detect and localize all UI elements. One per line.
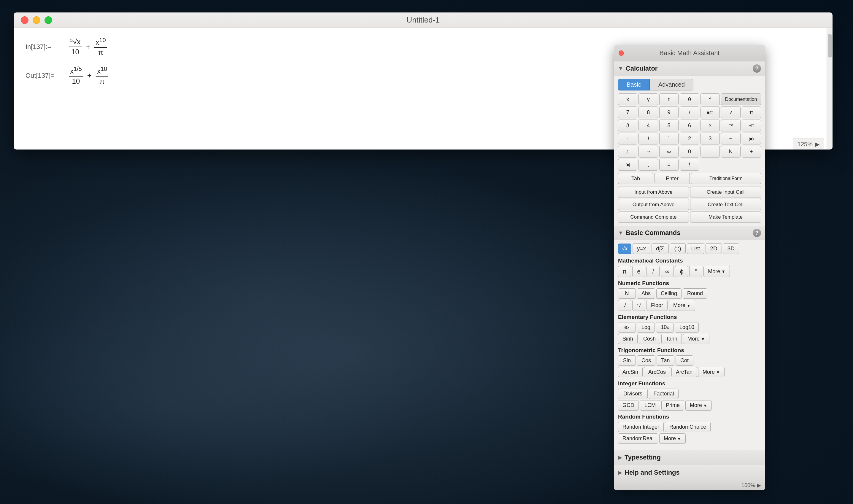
btn-lcm[interactable]: LCM (640, 400, 660, 411)
btn-log10[interactable]: Log10 (675, 322, 699, 332)
calc-btn-bracket[interactable]: [■] (618, 159, 637, 170)
btn-elementary-more[interactable]: More ▼ (683, 334, 709, 344)
btn-make-template[interactable]: Make Template (690, 212, 761, 223)
cmd-tab-set[interactable]: (:;) (670, 243, 686, 254)
btn-create-text-cell[interactable]: Create Text Cell (690, 199, 761, 210)
calc-btn-paren[interactable]: (■) (742, 132, 761, 144)
btn-cos[interactable]: Cos (637, 355, 655, 366)
basic-commands-section-header[interactable]: ▼ Basic Commands ? (614, 226, 765, 240)
calc-btn-y[interactable]: y (638, 93, 658, 105)
calc-btn-comma[interactable]: , (638, 159, 658, 170)
btn-math-constants-more[interactable]: More ▼ (704, 266, 730, 277)
calc-btn-2[interactable]: 2 (680, 132, 699, 144)
calc-btn-sqrt-box[interactable]: √□ (742, 120, 761, 131)
btn-pi[interactable]: π (618, 266, 631, 277)
calc-btn-equals[interactable]: = (659, 159, 678, 170)
minimize-button[interactable] (33, 16, 40, 24)
calc-btn-frac[interactable]: ■/□ (701, 107, 720, 119)
calc-btn-0[interactable]: 0 (680, 146, 699, 158)
tab-advanced[interactable]: Advanced (650, 79, 693, 90)
calc-btn-sq[interactable]: □² (721, 120, 740, 131)
calc-btn-multiply[interactable]: × (701, 120, 720, 131)
calc-btn-factorial[interactable]: ! (680, 159, 699, 170)
panel-zoom-arrow-icon[interactable]: ▶ (757, 482, 761, 489)
calc-btn-documentation[interactable]: Documentation (721, 93, 761, 105)
btn-command-complete[interactable]: Command Complete (618, 212, 689, 223)
btn-cosh[interactable]: Cosh (639, 334, 660, 344)
calc-btn-arrow[interactable]: → (638, 146, 658, 158)
btn-output-from-above[interactable]: Output from Above (618, 199, 689, 210)
calc-btn-enter[interactable]: Enter (654, 173, 690, 184)
btn-tan[interactable]: Tan (657, 355, 674, 366)
btn-tanh[interactable]: Tanh (661, 334, 682, 344)
btn-divisors[interactable]: Divisors (618, 389, 648, 399)
cmd-tab-2d[interactable]: 2D (706, 243, 722, 254)
calc-btn-3[interactable]: 3 (701, 132, 720, 144)
calc-btn-integral[interactable]: ∫· (618, 146, 637, 158)
calculator-help-button[interactable]: ? (753, 65, 761, 73)
btn-round[interactable]: Round (683, 288, 707, 299)
calc-btn-6[interactable]: 6 (680, 120, 699, 131)
typesetting-section-header[interactable]: ▶ Typesetting (614, 450, 765, 465)
btn-random-integer[interactable]: RandomInteger (618, 422, 664, 432)
calc-btn-plus[interactable]: + (742, 146, 761, 158)
calc-btn-cdot[interactable]: · (618, 132, 637, 144)
btn-sin[interactable]: Sin (618, 355, 636, 366)
btn-log[interactable]: Log (637, 322, 655, 332)
btn-random-real[interactable]: RandomReal (618, 433, 658, 444)
btn-gcd[interactable]: GCD (618, 400, 639, 411)
calc-btn-4[interactable]: 4 (638, 120, 658, 131)
panel-close-dot[interactable] (619, 50, 624, 56)
calc-btn-8[interactable]: 8 (638, 107, 658, 119)
calc-btn-tab[interactable]: Tab (618, 173, 653, 184)
calc-btn-pi[interactable]: π (742, 107, 761, 119)
btn-exp[interactable]: ex (618, 322, 636, 332)
calc-btn-9[interactable]: 9 (659, 107, 678, 119)
btn-random-choice[interactable]: RandomChoice (665, 422, 711, 432)
calc-btn-sqrt[interactable]: √ (721, 107, 740, 119)
calc-btn-power[interactable]: ^ (701, 93, 720, 105)
calc-btn-t[interactable]: t (659, 93, 678, 105)
btn-input-from-above[interactable]: Input from Above (618, 186, 689, 198)
btn-cot[interactable]: Cot (676, 355, 693, 366)
help-settings-section-header[interactable]: ▶ Help and Settings (614, 465, 765, 480)
calc-btn-dot[interactable]: . (701, 146, 720, 158)
cmd-tab-sqrt[interactable]: √x (618, 244, 631, 254)
scrollbar-thumb[interactable] (828, 34, 832, 57)
calc-btn-traditional[interactable]: TraditionalForm (691, 173, 761, 184)
btn-arctan[interactable]: ArcTan (671, 367, 697, 377)
btn-degree[interactable]: ° (689, 266, 702, 277)
calc-btn-divide[interactable]: / (680, 107, 699, 119)
zoom-arrow[interactable]: ▶ (815, 141, 819, 148)
btn-arccos[interactable]: ArcCos (644, 367, 670, 377)
basic-commands-help-button[interactable]: ? (753, 229, 761, 237)
btn-integer-more[interactable]: More ▼ (685, 400, 712, 411)
calc-btn-x[interactable]: x (618, 93, 637, 105)
btn-ceiling[interactable]: Ceiling (656, 288, 682, 299)
calc-btn-n[interactable]: N (721, 146, 740, 158)
calc-btn-i[interactable]: i (638, 132, 658, 144)
calc-btn-5[interactable]: 5 (659, 120, 678, 131)
btn-sinh[interactable]: Sinh (618, 334, 638, 344)
btn-prime[interactable]: Prime (661, 400, 684, 411)
btn-random-more[interactable]: More ▼ (659, 433, 686, 444)
btn-numeric-more[interactable]: More ▼ (669, 300, 695, 311)
btn-arcsin[interactable]: ArcSin (618, 367, 643, 377)
cmd-tab-3d[interactable]: 3D (723, 243, 739, 254)
btn-phi[interactable]: ϕ (675, 266, 688, 277)
btn-floor[interactable]: Floor (647, 300, 668, 311)
btn-inf[interactable]: ∞ (661, 266, 674, 277)
cmd-tab-list[interactable]: List (687, 243, 705, 254)
calc-btn-inf[interactable]: ∞ (659, 146, 678, 158)
close-button[interactable] (21, 16, 29, 24)
maximize-button[interactable] (44, 16, 52, 24)
cmd-tab-calc[interactable]: d∫Σ (652, 243, 669, 254)
btn-sqrt-func[interactable]: √ (618, 300, 631, 311)
btn-e[interactable]: e (632, 266, 645, 277)
btn-abs[interactable]: Abs (637, 288, 655, 299)
calc-btn-theta[interactable]: θ (680, 93, 699, 105)
calc-btn-1[interactable]: 1 (659, 132, 678, 144)
calculator-section-header[interactable]: ▼ Calculator ? (614, 61, 765, 76)
tab-basic[interactable]: Basic (618, 79, 650, 90)
btn-create-input-cell[interactable]: Create Input Cell (690, 186, 761, 198)
